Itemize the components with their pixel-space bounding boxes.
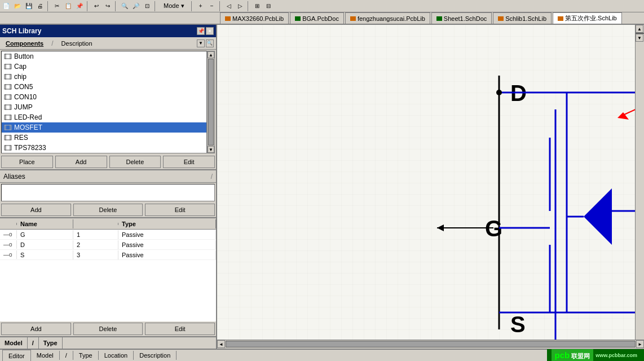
main-toolbar: 📄 📂 💾 🖨 ✂ 📋 📌 ↩ ↪ 🔍 🔎 ⊡ Mode ▾ + − ◁ ▷ ⊞… <box>0 0 644 12</box>
delete-pin-button[interactable]: Delete <box>73 323 143 335</box>
edit-pin-button[interactable]: Edit <box>145 323 215 335</box>
scroll-h-left[interactable]: ◄ <box>217 340 225 348</box>
comp-item-led-red[interactable]: LED-Red <box>2 112 206 122</box>
comp-item-con10[interactable]: CON10 <box>2 92 206 102</box>
aliases-buttons: Add Delete Edit <box>0 202 216 217</box>
magnifier-button[interactable]: 🔍 <box>206 39 214 47</box>
toolbar-redo[interactable]: ↪ <box>103 1 113 11</box>
pin-type-d: Passive <box>118 240 216 249</box>
pin-num-d: 2 <box>73 240 118 249</box>
comp-item-button[interactable]: Button <box>2 51 206 61</box>
toolbar-right[interactable]: ▷ <box>235 1 245 11</box>
editor-tab[interactable]: Editor <box>2 350 31 361</box>
pins-col-icon <box>0 223 17 225</box>
svg-point-36 <box>496 90 502 95</box>
delete-comp-button[interactable]: Delete <box>109 156 161 168</box>
aliases-header: Aliases / <box>0 170 216 183</box>
place-button[interactable]: Place <box>1 156 53 168</box>
tab-icon-sheet1 <box>436 16 442 21</box>
s-label: S <box>510 312 526 337</box>
edit-comp-button[interactable]: Edit <box>163 156 215 168</box>
aliases-title: Aliases <box>3 173 25 180</box>
pcb-text: pcb <box>555 350 570 360</box>
tab-sheet1[interactable]: Sheet1.SchDoc <box>431 12 492 24</box>
union-text: 联盟网 <box>571 353 590 359</box>
toolbar-grid[interactable]: ⊞ <box>252 1 262 11</box>
comp-item-con5[interactable]: CON5 <box>2 82 206 92</box>
sep3 <box>115 1 117 11</box>
add-comp-button[interactable]: Add <box>55 156 107 168</box>
tab-bga[interactable]: BGA.PcbDoc <box>290 12 344 24</box>
toolbar-cut[interactable]: ✂ <box>52 1 62 11</box>
close-panel-button[interactable]: × <box>206 27 214 35</box>
toolbar-paste[interactable]: 📌 <box>74 1 85 11</box>
toolbar-minus[interactable]: − <box>207 1 217 11</box>
comp-item-mosfet[interactable]: MOSFET <box>2 122 206 133</box>
tab-icon-fifth <box>558 16 563 21</box>
comp-icon-chip <box>4 73 12 80</box>
comp-item-tps78233[interactable]: TPS78233 <box>2 143 206 153</box>
grid-background: D S G <box>217 25 644 349</box>
toolbar-zoom-out[interactable]: 🔎 <box>131 1 141 11</box>
tab-fengzhuang[interactable]: fengzhuangsucai.PcbLib <box>345 12 430 24</box>
scroll-down-arrow[interactable]: ▼ <box>208 146 214 153</box>
comp-icon-con10 <box>4 94 12 100</box>
delete-alias-button[interactable]: Delete <box>73 204 143 216</box>
comp-item-res[interactable]: RES <box>2 133 206 143</box>
tab-icon-schlib1 <box>498 16 504 21</box>
tab-fifth[interactable]: 第五次作业.SchLib <box>553 12 622 24</box>
vertical-scrollbar[interactable]: ▲ ▼ <box>635 25 644 349</box>
edit-alias-button[interactable]: Edit <box>145 204 215 216</box>
sep4 <box>155 1 157 11</box>
status-type: / <box>60 351 73 360</box>
pins-table-body: —o G 1 Passive —o D 2 Passive —o S 3 Pas… <box>0 230 216 322</box>
tab-schlib1[interactable]: Schlib1.SchLib <box>493 12 552 24</box>
horizontal-scrollbar[interactable]: ◄ ► <box>217 340 644 349</box>
toolbar-snap[interactable]: ⊟ <box>263 1 274 11</box>
sep6 <box>219 1 222 11</box>
toolbar-new[interactable]: 📄 <box>1 1 11 11</box>
search-filter-button[interactable]: ▼ <box>197 39 205 47</box>
toolbar-undo[interactable]: ↩ <box>91 1 102 11</box>
scroll-h-thumb[interactable] <box>226 341 636 347</box>
toolbar-open[interactable]: 📂 <box>12 1 23 11</box>
header-separator: / <box>51 39 53 47</box>
comp-item-jump[interactable]: JUMP <box>2 102 206 112</box>
pins-col-type: Type <box>118 219 216 228</box>
add-alias-button[interactable]: Add <box>1 204 71 216</box>
scroll-h-right[interactable]: ► <box>636 340 644 348</box>
scroll-up-arrow[interactable]: ▲ <box>208 51 214 58</box>
components-tab[interactable]: Components <box>2 39 47 48</box>
aliases-section: Aliases / Add Delete Edit <box>0 169 216 217</box>
toolbar-save[interactable]: 💾 <box>24 1 34 11</box>
sep5 <box>191 1 193 11</box>
canvas-area[interactable]: D S G <box>217 25 644 349</box>
toolbar-fit[interactable]: ⊡ <box>142 1 152 11</box>
scroll-v-up[interactable]: ▲ <box>636 25 643 33</box>
comp-item-chip[interactable]: chip <box>2 72 206 82</box>
scroll-thumb[interactable] <box>208 59 214 146</box>
pin-buttons: Add Delete Edit <box>0 322 216 336</box>
comp-icon-mosfet <box>4 124 12 131</box>
add-pin-button[interactable]: Add <box>1 323 71 335</box>
component-list[interactable]: Button Cap chip CON5 CON10 <box>1 51 207 153</box>
sep2 <box>87 1 89 11</box>
tab-icon-bga <box>295 16 301 21</box>
tab-icon-max32660 <box>225 16 231 21</box>
toolbar-zoom-in[interactable]: 🔍 <box>120 1 130 11</box>
sch-header-controls: 📌 × <box>197 27 214 35</box>
toolbar-plus[interactable]: + <box>196 1 206 11</box>
component-list-scrollbar[interactable]: ▲ ▼ <box>207 51 215 153</box>
tab-max32660[interactable]: MAX32660.PcbLib <box>220 12 289 24</box>
toolbar-left[interactable]: ◁ <box>224 1 234 11</box>
toolbar-copy[interactable]: 📋 <box>63 1 73 11</box>
scroll-v-down[interactable]: ▼ <box>636 34 643 42</box>
toolbar-print[interactable]: 🖨 <box>35 1 45 11</box>
mode-dropdown[interactable]: Mode ▾ <box>159 2 189 10</box>
comp-item-cap[interactable]: Cap <box>2 61 206 72</box>
aliases-content <box>1 184 215 201</box>
description-tab[interactable]: Description <box>58 39 96 48</box>
pin-button[interactable]: 📌 <box>197 27 205 35</box>
pin-icon-d: —o <box>0 240 17 249</box>
pin-row-d: —o D 2 Passive <box>0 240 216 250</box>
